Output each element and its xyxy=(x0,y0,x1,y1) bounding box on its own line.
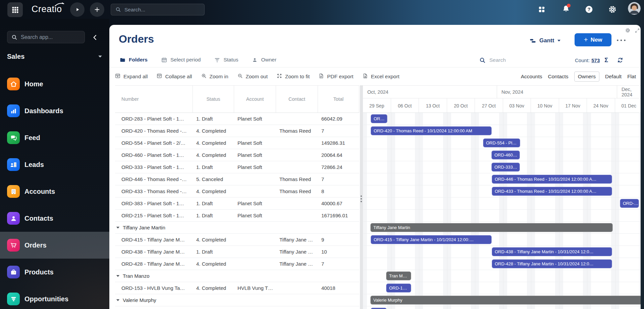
filter-folders[interactable]: Folders xyxy=(119,57,148,63)
gantt-task-bar[interactable]: ORD-438 - Tiffany Jane Martin - 10/31/20… xyxy=(492,247,612,256)
gantt-task-bar[interactable]: ORD-428 - Tiffany Jane Martin - 10/31/20… xyxy=(492,259,612,268)
column-header-status[interactable]: Status xyxy=(193,86,234,113)
collapse-caret-icon[interactable] xyxy=(116,226,120,229)
gantt-task-bar[interactable]: ORD-420 - Thomas Reed - 10/1/2024 12:00:… xyxy=(371,126,492,135)
table-row[interactable]: ORD-153 - HVLB Vung Ta…4. CompletedHVLB … xyxy=(115,282,359,294)
table-row[interactable] xyxy=(115,306,359,309)
collapse-caret-icon[interactable] xyxy=(116,275,120,277)
gantt-group-bar[interactable]: Tran M… xyxy=(386,271,411,280)
marketplace-button[interactable] xyxy=(537,5,546,14)
plus-icon xyxy=(94,6,101,13)
sidebar-item-opportunities[interactable]: Opportunities xyxy=(0,285,109,309)
table-row[interactable]: ORD-428 - Tiffany Jane M…4. CompletedTif… xyxy=(115,258,359,270)
column-header-account[interactable]: Account xyxy=(234,86,276,113)
sidebar-item-products[interactable]: Products xyxy=(0,259,109,285)
global-search-input[interactable] xyxy=(124,7,198,13)
view-tab-default[interactable]: Default xyxy=(605,72,622,81)
table-row[interactable]: ORD-446 - Thomas Reed -…5. CanceledThoma… xyxy=(115,173,359,185)
app-launcher-button[interactable] xyxy=(7,2,23,17)
gantt-task-bar[interactable]: ORD-1… xyxy=(386,283,411,293)
toolbar-button-expand-all[interactable]: Expand all xyxy=(115,73,148,80)
gantt-group-bar[interactable]: Valerie Murphy xyxy=(370,296,641,305)
table-row[interactable]: ORD-215 - Planet Soft - 1…1. DraftPlanet… xyxy=(115,210,359,222)
notifications-button[interactable] xyxy=(561,4,571,14)
app-search[interactable] xyxy=(7,31,85,43)
table-row[interactable]: ORD-283 - Planet Soft - 1…1. DraftPlanet… xyxy=(115,113,359,125)
gantt-task-bar[interactable] xyxy=(371,308,387,309)
gantt-row: ORD-554 - Pl… xyxy=(363,137,641,149)
new-button[interactable]: + New xyxy=(575,33,611,46)
table-row[interactable]: ORD-433 - Thomas Reed -…4. CompletedThom… xyxy=(115,185,359,197)
group-row[interactable]: Valerie Murphy xyxy=(115,294,359,306)
zoom-in-icon xyxy=(201,73,207,80)
toolbar-button-zoom-out[interactable]: Zoom out xyxy=(237,73,268,80)
page-settings-button[interactable] xyxy=(625,28,631,35)
gantt-group-bar[interactable]: Tiffany Jane Martin xyxy=(370,223,613,232)
table-row[interactable]: ORD-383 - Planet Soft - 1…1. DraftPlanet… xyxy=(115,197,359,210)
toolbar-button-label: Zoom to fit xyxy=(285,74,310,80)
view-selector[interactable]: Gantt xyxy=(529,35,561,46)
sidebar-item-feed[interactable]: Feed xyxy=(0,124,109,151)
settings-button[interactable] xyxy=(608,5,617,14)
column-header-number[interactable]: Number xyxy=(115,86,193,113)
sidebar-item-accounts[interactable]: Accounts xyxy=(0,178,109,205)
sidebar-item-label: Products xyxy=(24,268,54,276)
filter-owner[interactable]: Owner xyxy=(252,57,276,63)
summaries-icon[interactable]: Σ xyxy=(604,57,608,64)
quick-add-button[interactable] xyxy=(90,2,104,17)
gantt-task-bar[interactable]: ORD-433 - Thomas Reed - 10/31/2024 12:00… xyxy=(492,187,612,196)
table-row[interactable]: ORD-333 - Planet Soft - 1…1. DraftPlanet… xyxy=(115,161,359,173)
toolbar-button-collapse-all[interactable]: Collapse all xyxy=(156,73,192,80)
view-tab-accounts[interactable]: Accounts xyxy=(521,72,542,81)
view-tab-flat[interactable]: Flat xyxy=(627,72,636,81)
group-row[interactable]: Tiffany Jane Martin xyxy=(115,222,359,234)
sidebar-item-orders[interactable]: Orders xyxy=(0,232,109,259)
table-row[interactable]: ORD-420 - Thomas Reed -…4. CompletedThom… xyxy=(115,125,359,137)
sidebar-item-leads[interactable]: Leads xyxy=(0,151,109,178)
grid-search-input[interactable] xyxy=(489,57,543,63)
gantt-task-bar[interactable]: ORD-554 - Pl… xyxy=(483,138,520,147)
expand-window-button[interactable] xyxy=(635,28,640,35)
gantt-task-bar[interactable]: ORD-446 - Thomas Reed - 10/31/2024 12:00… xyxy=(492,175,612,184)
group-row[interactable]: Tran Manzo xyxy=(115,270,359,282)
view-tab-owners[interactable]: Owners xyxy=(574,72,599,82)
filter-status[interactable]: Status xyxy=(214,57,238,63)
cell-status: 4. Completed xyxy=(193,140,234,146)
gantt-task-bar[interactable]: ORD-460… xyxy=(491,150,520,160)
grid-search[interactable] xyxy=(479,56,543,64)
user-avatar[interactable] xyxy=(628,2,641,15)
table-row[interactable]: ORD-438 - Tiffany Jane M…1. DraftTiffany… xyxy=(115,246,359,258)
table-row[interactable]: ORD-415 - Tiffany Jane M…4. CompletedTif… xyxy=(115,234,359,246)
toolbar-button-zoom-to-fit[interactable]: Zoom to fit xyxy=(276,73,310,80)
workspace-selector[interactable]: Sales xyxy=(7,53,102,60)
sidebar-item-contacts[interactable]: Contacts xyxy=(0,205,109,232)
sidebar-collapse-button[interactable] xyxy=(91,34,99,42)
count-value[interactable]: 573 xyxy=(591,57,600,63)
sidebar-item-home[interactable]: Home xyxy=(0,71,109,97)
toolbar-button-zoom-in[interactable]: Zoom in xyxy=(201,73,228,80)
help-button[interactable]: ? xyxy=(585,5,593,14)
toolbar-button-pdf-export[interactable]: PDF export xyxy=(318,73,353,80)
gantt-task-bar[interactable]: ORD-333… xyxy=(491,163,520,172)
table-row[interactable]: ORD-554 - Planet Soft - 2/…4. CompletedP… xyxy=(115,137,359,149)
more-actions-button[interactable] xyxy=(614,36,629,44)
view-tab-contacts[interactable]: Contacts xyxy=(548,72,568,81)
app-search-input[interactable] xyxy=(21,34,79,40)
table-row[interactable]: ORD-460 - Planet Soft - 1…4. CompletedPl… xyxy=(115,149,359,161)
gantt-task-bar[interactable]: ORD-… xyxy=(620,199,639,208)
cell-account: Planet Soft xyxy=(234,116,276,122)
column-header-contact[interactable]: Contact xyxy=(276,86,318,113)
panel-splitter[interactable] xyxy=(360,85,363,309)
sidebar-item-dashboards[interactable]: Dashboards xyxy=(0,97,109,124)
sidebar-item-label: Home xyxy=(24,80,43,88)
filter-select-period[interactable]: Select period xyxy=(161,57,201,63)
column-header-total[interactable]: Total xyxy=(318,86,359,113)
collapse-caret-icon[interactable] xyxy=(116,299,120,302)
refresh-button[interactable] xyxy=(617,57,624,63)
process-run-button[interactable] xyxy=(70,2,85,17)
global-search[interactable] xyxy=(111,4,205,15)
toolbar-button-excel-export[interactable]: Excel export xyxy=(362,73,399,80)
gantt-task-bar[interactable]: OR… xyxy=(371,114,387,123)
gantt-task-bar[interactable]: ORD-415 - Tiffany Jane Martin - 10/1/202… xyxy=(371,235,492,244)
month-label: Nov, 2024 xyxy=(501,89,523,95)
